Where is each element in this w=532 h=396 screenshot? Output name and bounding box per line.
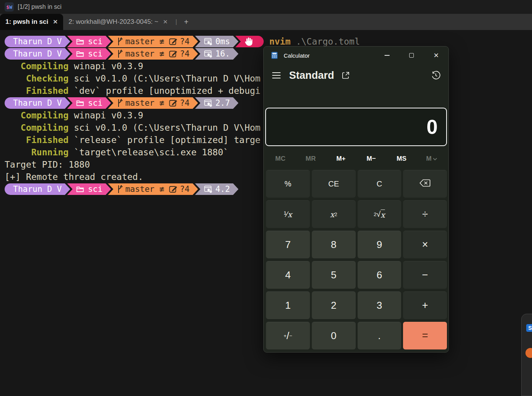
nine-button[interactable]: 9 <box>358 231 402 258</box>
prompt-duration-segment: 2.7 <box>195 97 238 109</box>
memory-row: MCMRM+M−MSM <box>265 151 447 167</box>
cargo-status: Running <box>5 147 69 157</box>
maximize-button[interactable] <box>399 47 424 64</box>
tab-1[interactable]: 1: pwsh in sci✕ <box>0 14 63 30</box>
output-text: `release` profile [optimized] targe <box>69 135 261 145</box>
prompt-user-segment: Tharun D V <box>5 36 70 47</box>
wezterm-logo-icon: $W <box>5 2 14 12</box>
seven-button[interactable]: 7 <box>266 231 310 258</box>
peek-blue-app-icon: S <box>526 324 532 332</box>
square-button[interactable]: x2 <box>312 200 356 228</box>
decimal-button[interactable]: . <box>358 322 402 349</box>
git-branch-name: master ≢ <box>125 49 169 58</box>
subtract-button[interactable]: − <box>403 261 447 289</box>
memory-subtract-button[interactable]: M− <box>356 151 386 167</box>
divide-button[interactable]: ÷ <box>403 200 447 228</box>
menu-button[interactable] <box>272 72 281 78</box>
prompt-dir-segment: sci <box>67 48 111 60</box>
cargo-status: Checking <box>5 73 69 83</box>
equals-button[interactable]: = <box>403 322 447 349</box>
cargo-status: Compiling <box>5 123 69 133</box>
memory-flyout-button[interactable]: M <box>417 151 447 167</box>
memory-recall-button[interactable]: MR <box>296 151 326 167</box>
memory-recall-label: MR <box>306 155 316 163</box>
three-button[interactable]: 3 <box>358 291 402 319</box>
output-text: winapi v0.3.9 <box>69 61 143 71</box>
duration-icon <box>204 99 213 107</box>
prompt-user-segment: Tharun D V <box>5 183 70 195</box>
git-branch-icon <box>117 185 123 194</box>
command-part: .\Cargo.toml <box>291 37 360 47</box>
square-root-button[interactable]: 2√x <box>358 200 402 228</box>
eight-button[interactable]: 8 <box>312 231 356 258</box>
git-branch-name: master ≢ <box>125 98 169 108</box>
cargo-status: Compiling <box>5 110 69 120</box>
prompt-dir: sci <box>88 49 102 58</box>
one-button[interactable]: 1 <box>266 291 310 319</box>
window-title: [1/2] pwsh in sci <box>18 3 62 10</box>
calculator-title: Calculator <box>284 52 310 59</box>
calculator-window: Calculator ✕ Standard 0 MCMRM+M−MSM %CEC… <box>263 46 449 353</box>
backspace-button[interactable] <box>403 170 447 198</box>
negate-button[interactable]: +/− <box>266 322 310 349</box>
close-button[interactable]: ✕ <box>424 47 448 64</box>
output-text: `dev` profile [unoptimized + debugi <box>69 86 261 96</box>
git-edit-count: ?4 <box>180 49 189 58</box>
history-button[interactable] <box>431 70 441 80</box>
prompt-dir: sci <box>88 98 102 108</box>
tab-close-icon[interactable]: ✕ <box>53 18 58 25</box>
tab-divider: | <box>173 18 179 25</box>
command-text: nvim .\Cargo.toml <box>269 37 360 47</box>
prompt-dir-segment: sci <box>67 97 111 109</box>
keep-on-top-button[interactable] <box>341 71 350 80</box>
duration-icon <box>204 185 213 193</box>
six-button[interactable]: 6 <box>358 261 402 289</box>
git-branch-icon <box>117 98 123 108</box>
minimize-icon <box>385 55 390 56</box>
minimize-button[interactable] <box>375 47 399 64</box>
tab-2[interactable]: 2: workhall@WH-2023-0045: ~✕ <box>63 14 173 30</box>
memory-store-label: MS <box>396 155 407 163</box>
new-tab-button[interactable]: + <box>179 18 193 27</box>
clear-entry-button[interactable]: CE <box>312 170 356 198</box>
folder-icon <box>76 100 84 106</box>
five-button[interactable]: 5 <box>312 261 356 289</box>
git-edit-count: ?4 <box>180 37 189 46</box>
two-button[interactable]: 2 <box>312 291 356 319</box>
peek-window[interactable]: S <box>521 314 532 396</box>
memory-clear-label: MC <box>275 155 285 163</box>
prompt-git-segment: master ≢ ?4 <box>108 48 198 60</box>
clear-button[interactable]: C <box>358 170 402 198</box>
calculator-titlebar[interactable]: Calculator ✕ <box>264 47 448 64</box>
git-branch-icon <box>117 49 123 58</box>
reciprocal-button[interactable]: ¹⁄x <box>266 200 310 228</box>
four-button[interactable]: 4 <box>266 261 310 289</box>
percent-button[interactable]: % <box>266 170 310 198</box>
prompt-status-segment <box>235 36 264 47</box>
tab-close-icon[interactable]: ✕ <box>163 18 168 25</box>
cargo-status: Compiling <box>5 61 69 71</box>
cargo-status: Finished <box>5 135 69 145</box>
memory-clear-button[interactable]: MC <box>265 151 296 167</box>
multiply-button[interactable]: × <box>403 231 447 258</box>
duration-value: 4.2 <box>215 185 230 194</box>
edit-count-icon <box>169 185 177 193</box>
prompt-dir: sci <box>88 37 102 46</box>
maximize-icon <box>409 53 414 58</box>
folder-icon <box>76 38 84 45</box>
prompt-user-segment: Tharun D V <box>5 97 70 109</box>
add-button[interactable]: + <box>403 291 447 319</box>
edit-count-icon <box>169 50 177 58</box>
output-text: sci v0.1.0 (C:\Users\Tharun D V\Hom <box>69 73 261 83</box>
duration-value: 0ms <box>215 37 230 46</box>
peek-avatar <box>525 348 532 358</box>
memory-add-label: M+ <box>336 155 346 163</box>
prompt-duration-segment: 0ms <box>195 36 238 47</box>
duration-value: 2.7 <box>215 98 230 108</box>
memory-add-button[interactable]: M+ <box>326 151 356 167</box>
chevron-down-icon <box>433 155 437 163</box>
folder-icon <box>76 51 84 57</box>
zero-button[interactable]: 0 <box>312 322 356 349</box>
memory-store-button[interactable]: MS <box>386 151 417 167</box>
memory-flyout-label: M <box>426 155 432 163</box>
